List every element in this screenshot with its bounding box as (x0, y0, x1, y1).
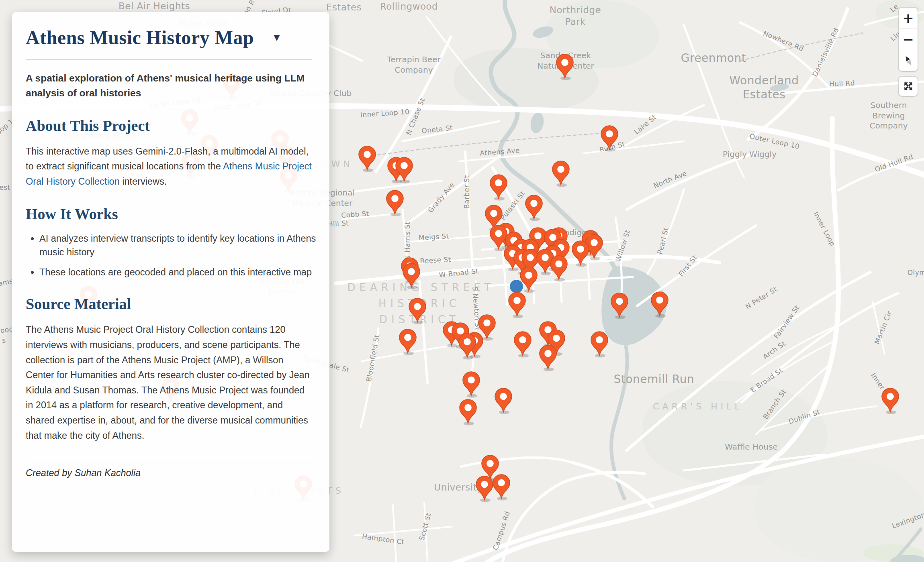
fullscreen-button[interactable] (899, 77, 918, 96)
compass-needle-icon (903, 55, 914, 67)
map-pin[interactable] (458, 333, 476, 360)
map-pin[interactable] (459, 399, 477, 426)
map-pin[interactable] (550, 255, 568, 282)
page-title-text: Athens Music History Map (26, 26, 254, 49)
map-pin[interactable] (402, 263, 421, 290)
map-pin[interactable] (881, 387, 899, 415)
map-pin[interactable] (525, 194, 543, 222)
map-pin[interactable] (408, 297, 427, 325)
map-pin[interactable] (650, 291, 669, 318)
map-pin[interactable] (539, 344, 557, 372)
fullscreen-control-group (899, 77, 918, 96)
zoom-control-group: + − (899, 8, 918, 71)
map-pin[interactable] (610, 292, 629, 320)
map-pin[interactable] (600, 125, 619, 152)
map-pin[interactable] (571, 240, 590, 267)
map-pin[interactable] (556, 53, 574, 81)
list-item: AI analyzes interview transcripts to ide… (39, 232, 317, 259)
map-pin[interactable] (475, 475, 494, 503)
compass-button[interactable] (899, 50, 918, 71)
source-heading: Source Material (26, 295, 312, 313)
info-panel: Athens Music History Map ▼ A spatial exp… (12, 12, 329, 552)
tagline: A spatial exploration of Athens' musical… (26, 71, 307, 101)
map-pin[interactable] (513, 331, 532, 358)
map-pin[interactable] (358, 145, 376, 173)
title-divider (26, 59, 312, 60)
source-paragraph: The Athens Music Project Oral History Co… (26, 322, 313, 443)
map-pin[interactable] (494, 387, 513, 415)
map-pin[interactable] (489, 174, 508, 201)
map-pin[interactable] (399, 328, 417, 356)
map-pin[interactable] (492, 474, 511, 501)
map-pin[interactable] (590, 331, 609, 358)
zoom-in-button[interactable]: + (899, 8, 918, 29)
map-pin[interactable] (395, 157, 413, 184)
about-heading: About This Project (26, 117, 312, 134)
how-it-works-list: AI analyzes interview transcripts to ide… (29, 232, 317, 279)
map-pin[interactable] (386, 189, 404, 217)
map-pin[interactable] (552, 160, 570, 187)
footer-divider (26, 457, 312, 457)
about-paragraph: This interactive map uses Gemini-2.0-Fla… (26, 144, 313, 189)
page-title: Athens Music History Map ▼ (26, 26, 312, 49)
map-pin[interactable] (519, 266, 538, 293)
map-pin[interactable] (508, 291, 526, 319)
about-text-after: interviews. (120, 176, 167, 187)
how-heading: How It Works (26, 205, 312, 223)
zoom-out-button[interactable]: − (899, 29, 918, 50)
list-item: These locations are geocoded and placed … (39, 265, 317, 279)
map-pin[interactable] (462, 371, 480, 398)
collapse-caret-icon[interactable]: ▼ (272, 33, 282, 43)
fullscreen-expand-icon (903, 81, 914, 92)
credit-line: Created by Suhan Kacholia (26, 468, 312, 479)
